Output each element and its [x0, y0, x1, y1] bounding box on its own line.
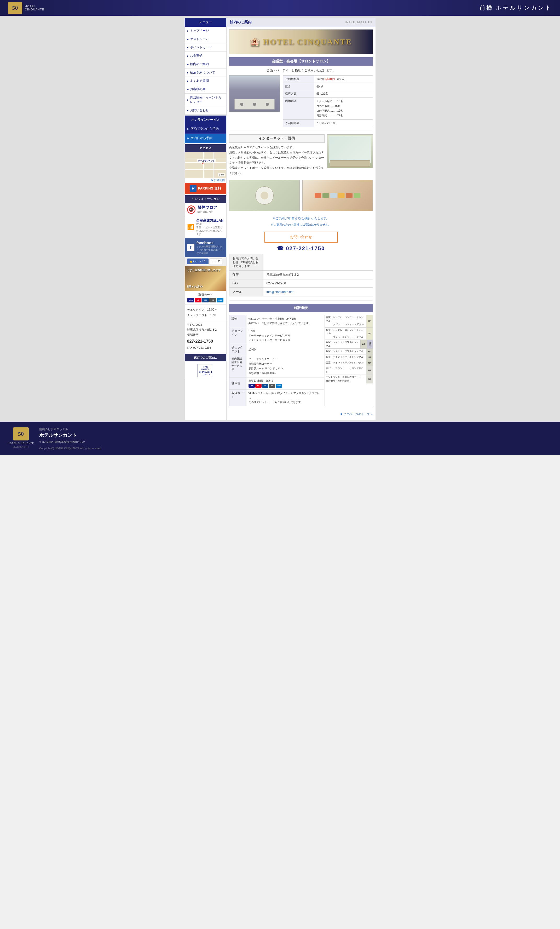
footer-info: 前橋のビジネスホテル ホテルサンカント 〒371-0023 群馬県前橋市本町1-…	[39, 428, 102, 450]
sidebar-address: 群馬県前橋市本町1-3-2	[187, 327, 224, 333]
notes-section: ※ご予約は3日前までにお願いいたします。 ※ご宴席のみのお客様には宿泊はかりませ…	[229, 215, 373, 228]
facility-section: 施設概要 建物 鉄筋コンクリート造・地上8階・地下1階 共有スペースは全て禁煙と…	[229, 304, 373, 406]
hotel-logo-icon: 50	[8, 2, 22, 14]
footer-hotel-en: HOTEL CINQUANTE	[8, 442, 34, 445]
sidebar-info-title: インフォメーション	[185, 195, 226, 203]
sidebar-facebook[interactable]: f facebook ホテルの最新情報やスタッフのおすすめスポットなどを紹介	[185, 238, 226, 257]
facebook-sub: ホテルの最新情報やスタッフのおすすめスポットなどを紹介	[196, 245, 224, 255]
internet-title-bar: インターネット・設備	[229, 134, 324, 143]
conference-section: 会議室・宴会場【サロンドサロン】 会議・パーティーと幅広くご利用いただけます。	[229, 57, 373, 127]
room-photo	[229, 180, 300, 211]
conference-title-bar: 会議室・宴会場【サロンドサロン】	[229, 57, 373, 66]
header: 50 HOTELCINQUANTE 前橋 ホテルサンカント	[0, 0, 560, 16]
sidebar-access-title: アクセス	[185, 144, 226, 152]
footer-address: 〒371-0023 群馬県前橋市本町1-3-2	[39, 440, 102, 445]
section-title: 館内のご案内	[230, 20, 252, 25]
sidebar-no-smoking: 🚭 禁煙フロア 5階, 6階, 7階	[185, 203, 226, 216]
fb-share-button[interactable]: シェア	[210, 259, 222, 264]
sidebar-nav-item[interactable]: ▶ゲストルーム	[185, 35, 226, 43]
dc-card-icon: DC	[209, 298, 216, 302]
facebook-text: facebook	[196, 241, 224, 245]
sidebar-food-image: くずし会席料理が楽しめます 1階 ♦ わみや	[185, 266, 226, 291]
checkout-label: チェックアウト	[187, 313, 207, 317]
contact-button[interactable]: お問い合わせ	[265, 231, 338, 242]
sidebar-nav-item[interactable]: ▶よくある質問	[185, 77, 226, 85]
no-smoking-icon: 🚭	[187, 205, 196, 214]
top-page-link[interactable]: ▶ このページのトップへ	[226, 410, 375, 420]
shinbashi-hotel-logo: THEHOTELSHINBASHITOKYO	[197, 364, 213, 377]
hotel-hero-image: 🏨 HOTEL CINQUANTE	[229, 29, 373, 54]
checkout-time: 10:00	[210, 313, 217, 317]
food-photo	[302, 180, 373, 211]
sidebar-nav-item[interactable]: ▶お客様の声	[185, 85, 226, 94]
jcb-card-icon: JCB	[202, 298, 209, 302]
parking-card-icons: VISA MC JCB DC AMEX	[248, 384, 322, 388]
sidebar-nav-item[interactable]: ▶館内のご案内	[185, 60, 226, 69]
conference-layout: ご利用料金 1時間 2,500円 （税込） 広さ 40m²	[229, 75, 373, 127]
sidebar-nav-item[interactable]: ▶周辺観光・イベントカレンダー	[185, 94, 226, 106]
sidebar-menu-title: メニュー	[185, 18, 226, 27]
sidebar-online-item-plan[interactable]: ▶宿泊プランから予約	[185, 124, 226, 133]
contact-table: お電話でのお問い合わせ 24時間受け付けております 住所 群馬県前橋市本町1-3…	[229, 254, 373, 296]
sidebar-online-item-date[interactable]: ▶宿泊日から予約	[185, 133, 226, 143]
sidebar-tel-label: 電話番号	[187, 333, 224, 338]
internet-layout: インターネット・設備 高速無線ＬＡＮアクセスポットを設置しています。 無線ＬＡＮ…	[229, 134, 373, 176]
main-content: 館内のご案内 INFORMATION 🏨 HOTEL CINQUANTE 会議室…	[226, 18, 375, 420]
sidebar-parking: P PARKING 無料	[185, 183, 226, 194]
sidebar-cards-title: 取扱カード	[187, 293, 224, 297]
sidebar-nav-item[interactable]: ▶お食事処	[185, 52, 226, 60]
wifi-sub: 客室・ロビー・会議室で無線LANがご利用になれます。	[196, 226, 224, 236]
facility-layout: 建物 鉄筋コンクリート造・地上8階・地下1階 共有スペースは全て禁煙とさせていた…	[229, 315, 373, 406]
sidebar-nav-item[interactable]: ▶ポイントカード	[185, 43, 226, 52]
amex-card-icon: AMEX	[217, 298, 223, 302]
sidebar-cards: 取扱カード VISA MC JCB DC AMEX	[185, 291, 226, 305]
sidebar-checkin-info: チェックイン 15:00～ チェックアウト 10:00	[185, 305, 226, 320]
card-icons-row: VISA MC JCB DC AMEX	[187, 298, 224, 302]
sidebar-fb-buttons: 👍いいね！73 シェア	[185, 257, 226, 266]
sidebar-fax: FAX 027-223-2266	[187, 345, 224, 351]
no-smoking-text: 禁煙フロア	[197, 205, 217, 210]
hotel-hero-logo: 🏨 HOTEL CINQUANTE	[250, 37, 352, 46]
section-header: 館内のご案内 INFORMATION	[226, 18, 375, 27]
footer-business-type: 前橋のビジネスホテル	[39, 428, 102, 431]
facility-title-bar: 施設概要	[229, 304, 373, 312]
header-logo: 50 HOTELCINQUANTE	[8, 2, 44, 14]
note-2: ※ご宴席のみのお客様には宿泊はかりません。	[229, 221, 373, 228]
hotel-logo-text: HOTELCINQUANTE	[25, 5, 44, 11]
sidebar-nav-item[interactable]: ▶トップページ	[185, 27, 226, 35]
phone-display: ☎ 027-221-1750	[229, 245, 373, 251]
sidebar-postal: 〒371-0023	[187, 322, 224, 328]
conference-room-image	[229, 75, 280, 112]
visa-card-icon: VISA	[187, 298, 194, 302]
sidebar-hotel-info: 〒371-0023 群馬県前橋市本町1-3-2 電話番号 027-221-175…	[185, 320, 226, 353]
internet-text-content: 高速無線ＬＡＮアクセスポットを設置しています。 無線ＬＡＮ機能の付いたＰＣ、もし…	[229, 145, 324, 176]
mail-link[interactable]: info@cinquante.net	[266, 290, 294, 294]
conference-details-table: ご利用料金 1時間 2,500円 （税込） 広さ 40m²	[283, 75, 373, 127]
footer-logo-icon: 50	[13, 428, 29, 440]
sidebar-tel: 027-221-1750	[187, 338, 224, 345]
footer-hotel-name-jp: ホテルサンカント	[39, 432, 102, 438]
sidebar: メニュー ▶トップページ ▶ゲストルーム ▶ポイントカード ▶お食事処 ▶館内の…	[185, 18, 226, 420]
sidebar-nav-item[interactable]: ▶お問い合わせ	[185, 106, 226, 115]
sidebar-map-detail[interactable]: ▶ 詳細地図	[185, 178, 226, 183]
footer-maebashi: MAEBASHI	[13, 446, 29, 448]
checkin-time: 15:00～	[207, 308, 217, 311]
floor-diagram: 客室 シングル コンフォートシングル ダブル コンフォートダブル 8F 客室 シ…	[324, 315, 373, 406]
note-1: ※ご予約は3日前までにお願いいたします。	[229, 215, 373, 221]
conference-desc: 会議・パーティーと幅広くご利用いただけます。	[229, 68, 373, 73]
parking-p-icon: P	[190, 185, 196, 192]
sidebar-tokyo-title: 東京でのご宿泊に	[185, 354, 226, 361]
sidebar-shinbashi-hotel[interactable]: THEHOTELSHINBASHITOKYO	[185, 361, 226, 380]
checkin-label: チェックイン	[187, 308, 204, 311]
sidebar-nav-item[interactable]: ▶宿泊予約について	[185, 69, 226, 77]
footer-logo-area: 50 HOTEL CINQUANTE MAEBASHI	[8, 428, 34, 448]
wifi-label: Wi-Fi	[196, 223, 224, 226]
fb-like-button[interactable]: 👍いいね！73	[187, 259, 208, 264]
footer-copyright: Copyright(C) HOTEL CINQUANTE All rights …	[39, 447, 102, 450]
section-info: INFORMATION	[345, 20, 372, 24]
footer: 50 HOTEL CINQUANTE MAEBASHI 前橋のビジネスホテル ホ…	[0, 422, 560, 455]
internet-room-image	[327, 134, 373, 168]
sidebar-map: ホテルサンカント 前橋駅	[185, 152, 226, 178]
internet-section: インターネット・設備 高速無線ＬＡＮアクセスポットを設置しています。 無線ＬＡＮ…	[229, 134, 373, 176]
photos-row	[229, 180, 373, 211]
